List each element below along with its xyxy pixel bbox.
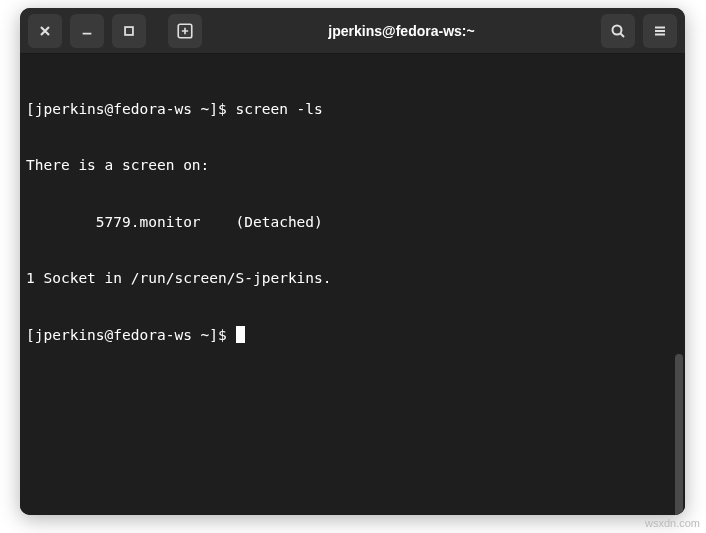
terminal-line: [jperkins@fedora-ws ~]$ screen -ls <box>26 100 679 119</box>
search-icon <box>610 23 626 39</box>
window-title: jperkins@fedora-ws:~ <box>202 23 601 39</box>
terminal-output: 5779.monitor (Detached) <box>26 213 679 232</box>
svg-point-2 <box>613 25 622 34</box>
new-tab-icon <box>176 22 194 40</box>
maximize-icon <box>122 24 136 38</box>
terminal-line: [jperkins@fedora-ws ~]$ <box>26 326 679 345</box>
command-text: screen -ls <box>236 101 323 117</box>
new-tab-button[interactable] <box>168 14 202 48</box>
terminal-window: jperkins@fedora-ws:~ [jperkins@fedora-ws… <box>20 8 685 515</box>
window-controls-left <box>28 14 202 48</box>
minimize-icon <box>80 24 94 38</box>
maximize-button[interactable] <box>112 14 146 48</box>
cursor <box>236 326 245 343</box>
svg-rect-0 <box>125 27 133 35</box>
menu-button[interactable] <box>643 14 677 48</box>
terminal-output: 1 Socket in /run/screen/S-jperkins. <box>26 269 679 288</box>
watermark: wsxdn.com <box>645 517 700 529</box>
search-button[interactable] <box>601 14 635 48</box>
hamburger-icon <box>652 23 668 39</box>
close-button[interactable] <box>28 14 62 48</box>
scrollbar[interactable] <box>675 354 683 515</box>
minimize-button[interactable] <box>70 14 104 48</box>
titlebar: jperkins@fedora-ws:~ <box>20 8 685 54</box>
prompt: [jperkins@fedora-ws ~]$ <box>26 327 236 343</box>
window-controls-right <box>601 14 677 48</box>
terminal-body[interactable]: [jperkins@fedora-ws ~]$ screen -ls There… <box>20 54 685 515</box>
close-icon <box>37 23 53 39</box>
prompt: [jperkins@fedora-ws ~]$ <box>26 101 236 117</box>
terminal-output: There is a screen on: <box>26 156 679 175</box>
